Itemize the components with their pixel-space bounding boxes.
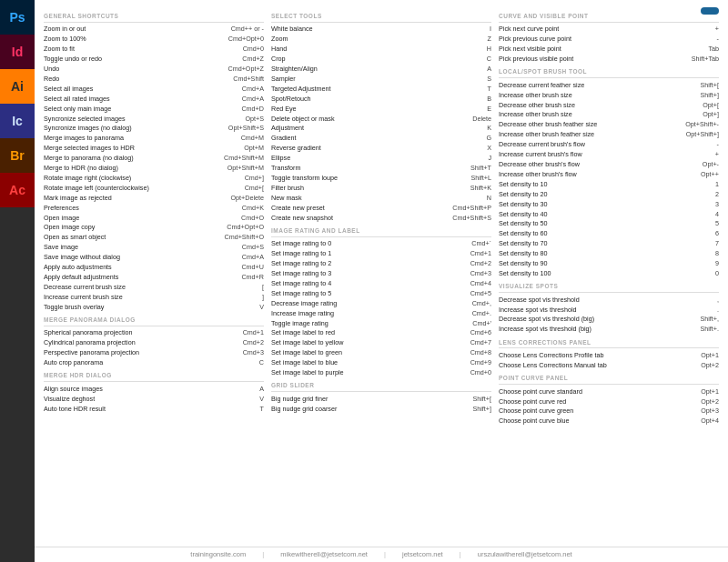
shortcut-row: Filter brushShift+K	[271, 183, 491, 193]
main-content: General ShortcutsZoom in or outCmd++ or …	[35, 0, 728, 562]
shortcut-key: B	[487, 95, 491, 104]
shortcut-label: New mask	[271, 194, 483, 203]
shortcut-label: Apply default adjustments	[44, 273, 238, 282]
shortcut-key: Cmd+Opt+O	[227, 223, 264, 232]
shortcut-key: Opt+[	[703, 101, 719, 110]
shortcut-label: Choose point curve green	[499, 406, 697, 416]
shortcut-key: Cmd+A	[242, 85, 264, 94]
shortcut-key: Shift+]	[472, 405, 491, 414]
shortcut-row: Big nudge grid coarserShift+]	[271, 404, 491, 414]
shortcut-row: Apply auto adjustmentsCmd+U	[44, 263, 264, 273]
shortcut-row: Choose point curve standardOpt+1	[499, 386, 719, 396]
shortcut-row: Pick next visible pointTab	[499, 45, 719, 55]
shortcut-label: Transform	[271, 164, 467, 173]
indesign-icon[interactable]: Id	[0, 35, 35, 69]
shortcut-key: T	[488, 85, 491, 94]
shortcut-key: Shift+T	[470, 164, 491, 173]
shortcut-label: Zoom to fit	[44, 45, 239, 54]
shortcut-key: Cmd+'	[472, 319, 491, 328]
shortcut-key: Cmd+1	[243, 328, 264, 337]
shortcut-label: Decrease current feather size	[499, 81, 696, 90]
shortcut-key: Cmd+[	[245, 184, 264, 193]
column-1: General ShortcutsZoom in or outCmd++ or …	[44, 13, 264, 518]
shortcut-key: H	[487, 45, 491, 54]
shortcut-key: E	[487, 105, 491, 114]
shortcut-row: Increase other brush's flowOpt++	[499, 169, 719, 179]
section-header: Merge HDR Dialog	[44, 372, 264, 382]
incopy-icon[interactable]: Ic	[0, 104, 35, 138]
shortcut-row: Choose point curve greenOpt+3	[499, 406, 719, 416]
shortcut-row: Big nudge grid finerShift+[	[271, 394, 491, 404]
shortcut-label: Rotate image left (counterclockwise)	[44, 184, 241, 193]
shortcut-label: Increase spot vis threshold	[499, 306, 713, 315]
shortcut-label: Set density to 20	[499, 190, 712, 199]
shortcut-row: Perspective panorama projectionCmd+3	[44, 348, 264, 358]
shortcut-row: White balanceI	[271, 25, 491, 35]
shortcut-key: Opt+Shift+S	[228, 124, 264, 133]
shortcut-label: Merge selected images to HDR	[44, 144, 240, 153]
shortcut-row: Decrease other brush feather sizeOpt+Shi…	[499, 120, 719, 130]
illustrator-icon[interactable]: Ai	[0, 69, 35, 104]
column-3: Curve and Visible PointPick next curve p…	[499, 13, 719, 518]
section-header: Merge Panorama Dialog	[44, 316, 264, 326]
shortcut-row: Increase other brush sizeOpt+]	[499, 110, 719, 120]
shortcut-key: 5	[715, 219, 719, 228]
shortcut-key: Cmd+A	[242, 95, 264, 104]
shortcut-label: Zoom	[271, 35, 484, 44]
shortcut-row: Choose point curve redOpt+2	[499, 396, 719, 406]
shortcut-label: Open image copy	[44, 223, 223, 232]
section-header: Point Curve Panel	[499, 375, 719, 385]
shortcut-row: Pick previous visible pointShift+Tab	[499, 54, 719, 64]
shortcut-label: Open image	[44, 214, 238, 223]
shortcut-label: Perspective panorama projection	[44, 348, 239, 357]
shortcut-row: Pick next curve point+	[499, 25, 719, 35]
shortcut-row: Auto tone HDR resultT	[44, 404, 264, 414]
footer: trainingonsite.com | mikewitherell@jetse…	[35, 547, 728, 558]
shortcut-row: Set image label to purpleCmd+0	[271, 367, 491, 377]
shortcut-row: Set image rating to 0Cmd+`	[271, 239, 491, 249]
shortcut-row: Save imageCmd+S	[44, 243, 264, 253]
shortcut-label: Set image rating to 4	[271, 279, 467, 288]
shortcut-label: Hand	[271, 45, 483, 54]
shortcut-key: 7	[715, 239, 719, 248]
shortcut-label: Decrease spot vis threshold	[499, 296, 713, 305]
shortcut-label: Toggle undo or redo	[44, 55, 238, 64]
shortcut-key: Cmd+K	[242, 204, 264, 213]
shortcut-row: Rotate image right (clockwise)Cmd+]	[44, 173, 264, 183]
shortcut-key: Z	[488, 35, 491, 44]
shortcut-label: Merge images to panorama	[44, 134, 238, 143]
shortcut-key: Cmd+9	[470, 358, 491, 367]
bridge-icon[interactable]: Br	[0, 138, 35, 173]
shortcut-row: Set image rating to 5Cmd+5	[271, 288, 491, 298]
sidebar: Ps Id Ai Ic Br Ac	[0, 0, 35, 562]
shortcut-label: Choose Lens Corrections Profile tab	[499, 351, 697, 360]
shortcut-row: Set density to 909	[499, 258, 719, 268]
shortcut-row: Choose Lens Corrections Manual tabOpt+2	[499, 360, 719, 370]
shortcut-row: Save image without dialogCmd+A	[44, 253, 264, 263]
shortcut-key: Shift+[	[472, 395, 491, 404]
section-header: Local/Spot Brush Tool	[499, 68, 719, 78]
shortcut-row: Set density to 505	[499, 219, 719, 229]
shortcut-key: Cmd++ or -	[231, 25, 264, 34]
shortcut-row: Set image rating to 3Cmd+3	[271, 268, 491, 278]
shortcut-key: Cmd+.	[472, 309, 491, 318]
shortcut-label: Increase current brush's flow	[499, 150, 712, 159]
photoshop-icon[interactable]: Ps	[0, 0, 35, 35]
shortcut-row: HandH	[271, 45, 491, 55]
shortcut-label: Set density to 10	[499, 180, 712, 189]
shortcut-row: Choose point curve blueOpt+4	[499, 416, 719, 427]
shortcut-key: Cmd+2	[470, 259, 491, 268]
acrobat-icon[interactable]: Ac	[0, 173, 35, 207]
shortcut-row: Set density to 808	[499, 249, 719, 259]
shortcut-label: Pick next visible point	[499, 45, 704, 54]
shortcut-row: Red EyeE	[271, 104, 491, 114]
shortcut-label: Red Eye	[271, 105, 483, 114]
shortcut-label: Select only main image	[44, 105, 238, 114]
shortcut-key: 8	[715, 249, 719, 258]
shortcut-label: Choose point curve red	[499, 397, 697, 406]
shortcut-label: White balance	[271, 25, 486, 34]
shortcut-key: Opt+2	[701, 361, 719, 370]
shortcut-label: Toggle transform loupe	[271, 174, 467, 183]
shortcut-row: Set density to 707	[499, 239, 719, 249]
shortcut-key: Opt+1	[701, 387, 719, 396]
